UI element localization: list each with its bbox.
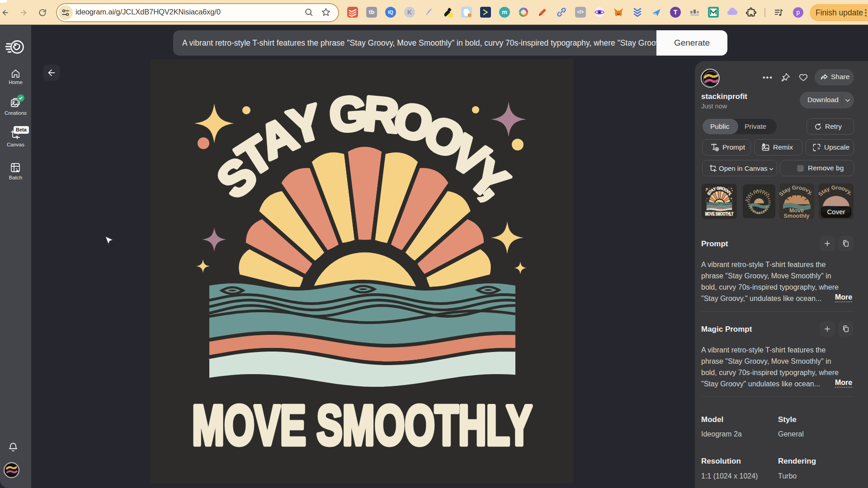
svg-text:Smoothly: Smoothly bbox=[784, 213, 810, 219]
svg-text:MOVE SMOOTHLY: MOVE SMOOTHLY bbox=[192, 394, 532, 456]
svg-text:Stay Groovy,: Stay Groovy, bbox=[819, 184, 854, 197]
